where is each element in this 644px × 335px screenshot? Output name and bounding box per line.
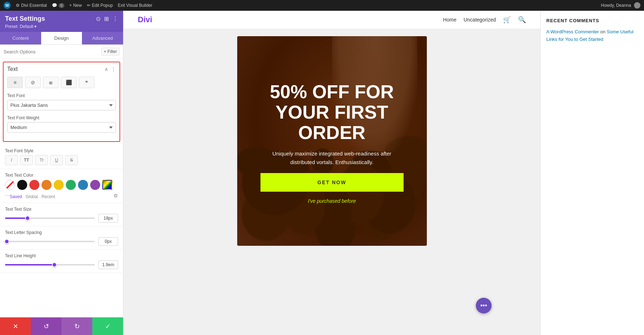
section-header-icons: ∧ ⋮ [104, 66, 116, 72]
font-style-label: Text Font Style [5, 148, 118, 153]
tab-advanced[interactable]: Advanced [82, 32, 123, 44]
search-icon[interactable]: 🔍 [518, 16, 526, 24]
filter-label: + Filter [104, 49, 117, 54]
wordpress-icon[interactable]: W [4, 2, 11, 9]
layout-icon[interactable]: ⊞ [104, 15, 109, 22]
align-justify-button[interactable]: ⬛ [61, 77, 77, 88]
line-height-slider-thumb[interactable] [52, 262, 57, 267]
font-weight-select[interactable]: Medium [7, 122, 116, 133]
section-title: Text [7, 66, 18, 72]
reset-button[interactable]: ↺ [31, 317, 62, 335]
divi-essential-link[interactable]: ⚙ Divi Essential [16, 3, 47, 8]
global-tab[interactable]: Global [25, 194, 38, 199]
line-height-slider[interactable] [5, 264, 95, 265]
italic-button[interactable]: I [5, 155, 18, 165]
hero-purchased-link[interactable]: I've purchased before [308, 198, 356, 204]
hero-button[interactable]: GET NOW [260, 173, 404, 192]
font-row: Text Font Plus Jakarta Sans [7, 93, 116, 110]
size-slider-thumb[interactable] [25, 216, 30, 221]
comment-on-text: on [600, 29, 607, 34]
alignment-buttons: ≡ ⊘ ≣ ⬛ ❝ [7, 77, 116, 88]
color-picker[interactable] [102, 180, 112, 190]
site-nav: Home Uncategorized 🛒 🔍 [443, 16, 526, 24]
preset-selector[interactable]: Preset: Default ▾ [5, 24, 118, 29]
user-avatar[interactable] [634, 2, 640, 9]
collapse-icon[interactable]: ∧ [104, 66, 108, 72]
spacing-input[interactable] [98, 237, 118, 246]
blockquote-button[interactable]: ❝ [79, 77, 94, 88]
font-select[interactable]: Plus Jakarta Sans [7, 100, 116, 110]
underline-button[interactable]: U [50, 155, 63, 165]
spacing-label: Text Letter Spacing [5, 230, 118, 235]
line-height-slider-row [5, 260, 118, 269]
top-bar: W ⚙ Divi Essential 💬 0 + New ✏ Edit Popu… [0, 0, 644, 11]
reset-icon: ↺ [44, 322, 49, 330]
sidebar-content: Text ∧ ⋮ ≡ ⊘ ≣ ⬛ ❝ Text Font Plus [0, 59, 123, 317]
recent-tab[interactable]: Recent [42, 194, 55, 199]
cart-icon[interactable]: 🛒 [503, 16, 511, 24]
tab-content-label: Content [13, 35, 29, 41]
color-red[interactable] [29, 180, 39, 190]
float-btn-label: ••• [480, 302, 487, 310]
main-layout: Text Settings ⊙ ⊞ ⋮ Preset: Default ▾ Co… [0, 11, 644, 335]
color-dots-icon[interactable]: ··· [5, 192, 10, 199]
align-left-button[interactable]: ≡ [7, 77, 23, 88]
color-purple[interactable] [90, 180, 100, 190]
color-yellow[interactable] [54, 180, 64, 190]
strikethrough-button[interactable]: S [65, 155, 78, 165]
font-label: Text Font [7, 93, 116, 98]
site-header: Divi Home Uncategorized 🛒 🔍 [123, 11, 540, 29]
save-icon: ✓ [105, 322, 111, 330]
color-green[interactable] [66, 180, 76, 190]
line-height-input[interactable] [98, 260, 118, 269]
edit-popup-label: Edit Popup [92, 3, 113, 8]
cancel-button[interactable]: ✕ [0, 317, 31, 335]
size-slider[interactable] [5, 217, 95, 219]
nav-home[interactable]: Home [443, 17, 456, 23]
nav-uncategorized[interactable]: Uncategorized [464, 17, 496, 23]
site-logo: Divi [138, 15, 152, 24]
color-tabs: Saved Global Recent [10, 194, 55, 199]
focus-icon[interactable]: ⊙ [96, 15, 101, 22]
color-black[interactable] [17, 180, 27, 190]
recent-comments-title: RECENT COMMENTS [546, 18, 638, 23]
bold-button[interactable]: TT [20, 155, 33, 165]
align-right-button[interactable]: ≣ [43, 77, 59, 88]
capitalize-button[interactable]: Tt [35, 155, 48, 165]
redo-button[interactable]: ↻ [62, 317, 92, 335]
section-more-icon[interactable]: ⋮ [111, 66, 116, 72]
color-settings-icon[interactable]: ⚙ [113, 193, 118, 198]
tab-content[interactable]: Content [0, 32, 41, 44]
letter-spacing-section: Text Letter Spacing [0, 226, 123, 250]
new-button[interactable]: + New [69, 3, 82, 8]
float-button[interactable]: ••• [476, 298, 492, 314]
search-bar: + Filter [0, 45, 123, 59]
tab-design[interactable]: Design [41, 32, 82, 44]
size-input[interactable] [98, 214, 118, 222]
style-buttons: I TT Tt U S [5, 155, 118, 165]
line-height-label: Text Line Height [5, 253, 118, 258]
exit-builder-button[interactable]: Exit Visual Builder [118, 3, 152, 8]
tab-design-label: Design [54, 35, 69, 41]
color-transparent[interactable] [5, 180, 15, 190]
align-center-button[interactable]: ⊘ [25, 77, 41, 88]
line-height-slider-fill [5, 264, 54, 265]
text-section: Text ∧ ⋮ ≡ ⊘ ≣ ⬛ ❝ Text Font Plus [3, 62, 120, 142]
more-icon[interactable]: ⋮ [112, 15, 118, 22]
spacing-slider[interactable] [5, 241, 95, 242]
hero-title: 50% OFF FOR YOUR FIRST ORDER [252, 82, 413, 143]
comment-author-link[interactable]: A WordPress Commenter [546, 29, 599, 34]
font-style-section: Text Font Style I TT Tt U S [0, 145, 123, 169]
color-blue[interactable] [78, 180, 88, 190]
comments-link[interactable]: 💬 0 [52, 3, 64, 8]
edit-popup-button[interactable]: ✏ Edit Popup [87, 3, 113, 8]
save-button[interactable]: ✓ [92, 317, 123, 335]
sidebar-tabs: Content Design Advanced [0, 32, 123, 45]
filter-button[interactable]: + Filter [101, 48, 119, 56]
saved-tab[interactable]: Saved [10, 194, 22, 199]
top-bar-left: W ⚙ Divi Essential 💬 0 + New ✏ Edit Popu… [4, 2, 152, 9]
search-input[interactable] [4, 49, 99, 54]
color-orange[interactable] [42, 180, 52, 190]
sidebar-title-icons: ⊙ ⊞ ⋮ [96, 15, 118, 22]
spacing-slider-thumb[interactable] [4, 239, 9, 244]
